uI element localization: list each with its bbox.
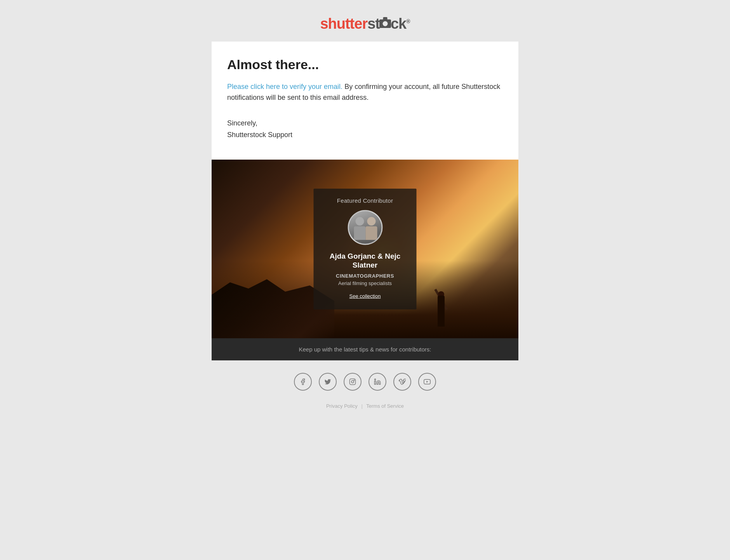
twitter-icon[interactable]	[319, 373, 337, 391]
logo-trademark: ®	[406, 18, 410, 24]
figure-body	[438, 296, 445, 327]
avatar-image	[349, 211, 381, 244]
featured-hero-section: Featured Contributor Ajda Gorjanc & Nejc…	[212, 160, 518, 338]
terms-of-service-link[interactable]: Terms of Service	[366, 403, 404, 409]
bottom-bar-text: Keep up with the latest tips & news for …	[219, 346, 511, 353]
person1-head	[355, 217, 364, 226]
contributor-avatar	[348, 210, 382, 245]
facebook-icon[interactable]	[294, 373, 312, 391]
avatar-person-2	[365, 217, 377, 238]
contributor-description: Aerial filming specialists	[322, 280, 409, 286]
email-body-text: Please click here to verify your email. …	[227, 82, 503, 103]
logo-gray-text: st	[367, 16, 380, 32]
featured-label: Featured Contributor	[322, 197, 409, 204]
email-body-card: Almost there... Please click here to ver…	[212, 42, 518, 160]
contributor-name: Ajda Gorjanc & Nejc Slatner	[322, 252, 409, 270]
linkedin-icon[interactable]	[368, 373, 386, 391]
sender-name: Shutterstock Support	[227, 129, 503, 141]
see-collection-link[interactable]: See collection	[349, 293, 381, 299]
svg-rect-0	[350, 379, 356, 384]
email-signature: Sincerely, Shutterstock Support	[227, 117, 503, 141]
youtube-icon[interactable]	[418, 373, 436, 391]
svg-point-1	[351, 381, 354, 383]
verify-email-link[interactable]: Please click here to verify your email.	[227, 83, 342, 90]
avatar-person-1	[353, 217, 366, 238]
footer: Privacy Policy | Terms of Service	[326, 398, 404, 409]
svg-rect-3	[375, 381, 376, 384]
person2-head	[367, 217, 375, 226]
svg-point-4	[375, 379, 376, 380]
vimeo-icon[interactable]	[393, 373, 411, 391]
logo-camera-icon	[379, 19, 391, 28]
hero-figure	[431, 284, 451, 327]
shutterstock-logo: shutterst ck®	[0, 16, 730, 32]
featured-contributor-card: Featured Contributor Ajda Gorjanc & Nejc…	[314, 189, 417, 310]
contributor-role: CINEMATOGRAPHERS	[322, 273, 409, 278]
logo-ck-text: ck	[391, 16, 406, 32]
bottom-bar: Keep up with the latest tips & news for …	[212, 338, 518, 360]
logo-red-text: shutter	[320, 16, 367, 32]
privacy-policy-link[interactable]: Privacy Policy	[326, 403, 358, 409]
svg-marker-5	[426, 381, 428, 383]
footer-separator: |	[361, 403, 362, 409]
person1-body	[354, 226, 365, 240]
social-icons-row	[294, 360, 436, 398]
person2-body	[365, 226, 377, 240]
instagram-icon[interactable]	[344, 373, 362, 391]
email-container: Almost there... Please click here to ver…	[212, 42, 518, 360]
email-title: Almost there...	[227, 57, 503, 72]
svg-point-2	[354, 380, 355, 381]
page-header: shutterst ck®	[0, 8, 730, 42]
salutation: Sincerely,	[227, 117, 503, 129]
